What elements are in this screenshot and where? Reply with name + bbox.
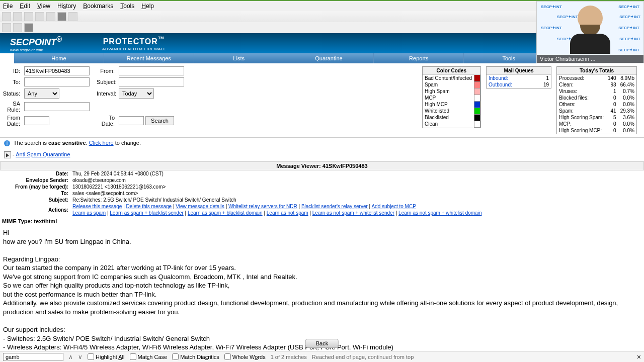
label-fromdate: From Date: [2, 115, 22, 127]
total-v2: 0.7% [618, 88, 636, 95]
total-v2: 0.0% [618, 95, 636, 101]
find-highlight[interactable]: Highlight All [88, 353, 125, 354]
action-link[interactable]: Learn as spam [72, 210, 106, 216]
label-from: From: [97, 68, 117, 74]
find-next-icon[interactable]: ∨ [78, 353, 83, 354]
find-close-icon[interactable]: × [637, 353, 641, 354]
find-whole[interactable]: Whole Words [224, 353, 266, 354]
label-id: ID: [2, 68, 22, 74]
total-label: High Scoring Spam: [557, 114, 606, 121]
action-link[interactable]: Learn as not spam + whitelist domain [398, 210, 481, 216]
nav-recent[interactable]: Recent Messages [104, 53, 194, 63]
menu-tools[interactable]: Tools [120, 3, 134, 10]
color-code-swatch [474, 108, 480, 114]
color-code-swatch [474, 81, 480, 88]
total-v1: 41 [606, 108, 618, 114]
find-bar: ∧ ∨ Highlight All Match Case Match Diacr… [0, 351, 644, 354]
mq-value: 1 [534, 75, 551, 82]
total-v2: 8.9Mb [618, 75, 636, 82]
color-code-label: Clean [423, 121, 474, 127]
nav-reports[interactable]: Reports [374, 53, 464, 63]
total-v1: 140 [606, 75, 618, 82]
action-link[interactable]: Blacklist sender's relay server [301, 204, 368, 209]
menu-bookmarks[interactable]: Bookmarks [83, 3, 113, 10]
total-v2: 29.3% [618, 108, 636, 114]
subject-input[interactable] [119, 77, 184, 86]
total-v1: 0 [606, 127, 618, 134]
nav-lists[interactable]: Lists [194, 53, 284, 63]
color-code-label: MCP [423, 95, 474, 101]
action-link[interactable]: Learn as not spam [267, 210, 308, 216]
webcam-name: Victor Christiansenn ... [537, 55, 643, 63]
nav-quarantine[interactable]: Quarantine [284, 53, 374, 63]
mq-value: 19 [534, 81, 551, 88]
menu-edit[interactable]: Edit [20, 3, 30, 10]
color-code-label: Spam [423, 81, 474, 88]
menu-help[interactable]: Help [141, 3, 154, 10]
total-label: Viruses: [557, 88, 606, 95]
webcam-person-icon [570, 6, 610, 56]
find-matchcase[interactable]: Match Case [130, 353, 168, 354]
color-code-swatch [474, 88, 480, 95]
sarule-input[interactable] [24, 102, 90, 111]
app-title: PROTECTOR™ ADVANCED AI UTM FIREWALL [102, 35, 166, 51]
total-v2: 0.0% [618, 101, 636, 108]
home-icon[interactable] [0, 53, 14, 63]
total-label: Others: [557, 101, 606, 108]
to-input[interactable] [24, 77, 90, 86]
nav-home[interactable]: Home [14, 53, 104, 63]
mime-type: MIME Type: text/html [0, 216, 644, 226]
menu-file[interactable]: File [3, 3, 13, 10]
from-input[interactable] [119, 66, 184, 75]
info-icon: i [4, 140, 10, 146]
action-link[interactable]: Release this message [72, 204, 122, 209]
total-v1: 5 [606, 114, 618, 121]
search-form: ID: From: To: Subject: Status: Any Inter… [2, 66, 189, 127]
fromdate-input[interactable] [24, 116, 49, 125]
total-v2: 0.0% [618, 121, 636, 127]
todate-input[interactable] [119, 116, 144, 125]
color-code-swatch [474, 75, 480, 82]
todays-totals-box: Today's Totals Processed:1408.9MbClean:9… [556, 66, 637, 134]
total-v2: 0.0% [618, 127, 636, 134]
total-label: Clean: [557, 81, 606, 88]
action-link[interactable]: Add subject to MCP [371, 204, 416, 209]
color-code-label: Blacklisted [423, 114, 474, 121]
mail-queues-box: Mail Queues Inbound:1Outbound:19 [486, 66, 551, 88]
total-v1: 0 [606, 95, 618, 101]
interval-select[interactable]: Today [119, 88, 154, 99]
total-v2: 66.4% [618, 81, 636, 88]
color-code-swatch [474, 95, 480, 101]
play-icon[interactable] [4, 151, 11, 158]
color-codes-box: Color Codes Bad Content/InfectedSpamHigh… [422, 66, 481, 128]
total-v1: 0 [606, 101, 618, 108]
message-viewer-title: Message Viewer: 41SKwIFP050483 [0, 161, 644, 170]
status-select[interactable]: Any [24, 88, 59, 99]
total-v1: 0 [606, 121, 618, 127]
find-prev-icon[interactable]: ∧ [68, 353, 73, 354]
color-code-label: High MCP [423, 101, 474, 108]
menu-view[interactable]: View [37, 3, 50, 10]
label-todate: To Date: [97, 115, 117, 127]
action-link[interactable]: View message details [176, 204, 224, 209]
action-link[interactable]: Delete this message [126, 204, 172, 209]
hint-link[interactable]: Click here [89, 140, 114, 146]
back-button[interactable]: Back [305, 339, 339, 348]
label-subject: Subject: [97, 79, 117, 85]
action-link[interactable]: Learn as spam + blacklist sender [110, 210, 183, 216]
action-link[interactable]: Learn as spam + blacklist domain [188, 210, 263, 216]
search-button[interactable]: Search [145, 116, 174, 125]
breadcrumb-link[interactable]: Anti Spam Quarantine [16, 151, 70, 157]
action-link[interactable]: Learn as not spam + whitelist sender [312, 210, 394, 216]
find-input[interactable] [3, 353, 63, 354]
menu-history[interactable]: History [57, 3, 76, 10]
id-input[interactable] [24, 66, 90, 75]
label-sarule: SA Rule: [2, 101, 22, 113]
color-code-swatch [474, 101, 480, 108]
total-label: MCP: [557, 121, 606, 127]
total-v1: 1 [606, 88, 618, 95]
action-link[interactable]: Whitelist relay servers for NDR [228, 204, 297, 209]
mq-label: Inbound: [487, 75, 534, 82]
find-diacritics[interactable]: Match Diacritics [172, 353, 219, 354]
total-v1: 93 [606, 81, 618, 88]
